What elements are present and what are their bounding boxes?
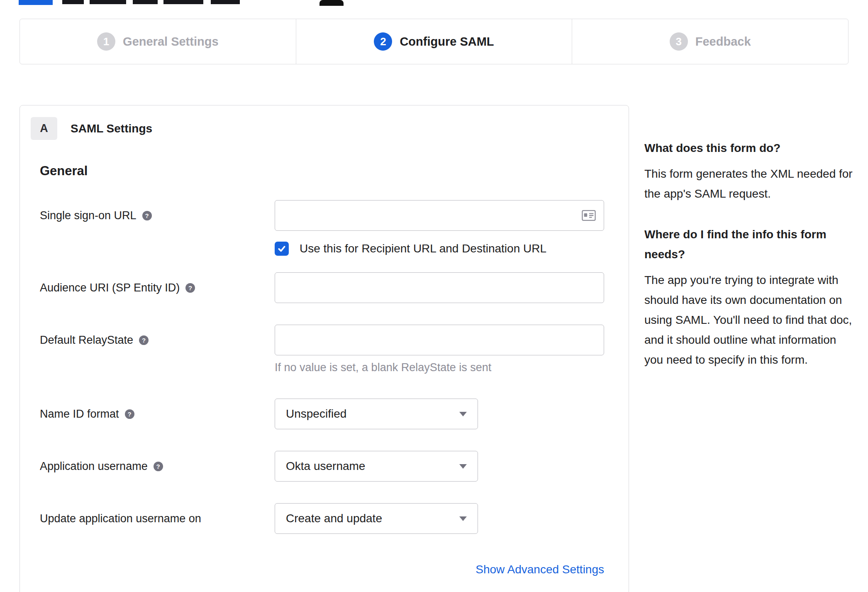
saml-settings-panel: A SAML Settings General Single sign-on U… [20, 105, 629, 592]
logo-fragment [19, 0, 53, 5]
audience-uri-input[interactable] [275, 272, 604, 303]
step-feedback[interactable]: 3 Feedback [572, 19, 848, 64]
help-heading: What does this form do? [644, 138, 854, 158]
chevron-down-icon [459, 464, 467, 469]
help-icon[interactable]: ? [125, 409, 134, 419]
help-section: What does this form do? This form genera… [644, 138, 854, 204]
field-label: Single sign-on URL [40, 209, 137, 222]
field-label: Default RelayState [40, 334, 133, 347]
show-advanced-settings-link[interactable]: Show Advanced Settings [475, 563, 604, 576]
step-number-badge: 2 [374, 32, 392, 51]
relay-state-input[interactable] [275, 325, 604, 355]
title-text-fragment [211, 0, 240, 4]
chevron-down-icon [459, 516, 467, 521]
help-icon[interactable]: ? [185, 283, 195, 293]
step-general-settings[interactable]: 1 General Settings [20, 19, 296, 64]
help-body: The app you're trying to integrate with … [644, 270, 854, 370]
field-label: Application username [40, 460, 148, 473]
icon-fragment [319, 0, 344, 6]
help-sidebar: What does this form do? This form genera… [644, 138, 854, 370]
help-icon[interactable]: ? [154, 462, 163, 471]
help-body: This form generates the XML needed for t… [644, 164, 854, 204]
cropped-page-header [0, 0, 868, 6]
selected-value: Create and update [286, 512, 382, 525]
step-number-badge: 3 [670, 32, 688, 51]
form-row-sso-url: Single sign-on URL ? [40, 200, 604, 256]
selected-value: Okta username [286, 460, 365, 473]
recipient-url-checkbox-row: Use this for Recipient URL and Destinati… [275, 242, 604, 256]
recipient-url-checkbox[interactable] [275, 242, 289, 256]
step-configure-saml[interactable]: 2 Configure SAML [296, 19, 573, 64]
title-text-fragment [133, 0, 158, 4]
group-title: General [40, 163, 604, 179]
update-username-select[interactable]: Create and update [275, 503, 478, 534]
selected-value: Unspecified [286, 407, 346, 421]
field-label: Audience URI (SP Entity ID) [40, 281, 180, 294]
field-label: Update application username on [40, 512, 201, 525]
chevron-down-icon [459, 412, 467, 416]
sso-url-input[interactable] [275, 200, 604, 231]
step-number-badge: 1 [97, 32, 115, 51]
section-header: A SAML Settings [31, 117, 604, 140]
help-heading: Where do I find the info this form needs… [644, 225, 854, 264]
step-label: Feedback [695, 35, 751, 49]
field-label: Name ID format [40, 408, 119, 421]
address-card-icon [582, 210, 596, 221]
help-icon[interactable]: ? [139, 335, 149, 345]
form-row-application-username: Application username ? Okta username [40, 451, 604, 482]
advanced-settings-row: Show Advanced Settings [40, 563, 604, 576]
title-text-fragment [90, 0, 126, 4]
help-section: Where do I find the info this form needs… [644, 225, 854, 370]
form-row-audience-uri: Audience URI (SP Entity ID) ? [40, 272, 604, 303]
relay-state-hint: If no value is set, a blank RelayState i… [275, 360, 604, 374]
form-row-update-username: Update application username on Create an… [40, 503, 604, 534]
help-icon[interactable]: ? [142, 211, 152, 220]
name-id-format-select[interactable]: Unspecified [275, 399, 478, 429]
form-row-relay-state: Default RelayState ? If no value is set,… [40, 325, 604, 374]
checkbox-label: Use this for Recipient URL and Destinati… [300, 242, 546, 255]
step-label: General Settings [123, 35, 218, 49]
wizard-stepper: 1 General Settings 2 Configure SAML 3 Fe… [20, 19, 848, 64]
title-text-fragment [62, 0, 84, 4]
section-badge: A [31, 117, 57, 140]
form-row-name-id-format: Name ID format ? Unspecified [40, 399, 604, 429]
application-username-select[interactable]: Okta username [275, 451, 478, 482]
title-text-fragment [163, 0, 203, 4]
section-title: SAML Settings [71, 122, 152, 135]
step-label: Configure SAML [400, 35, 494, 49]
